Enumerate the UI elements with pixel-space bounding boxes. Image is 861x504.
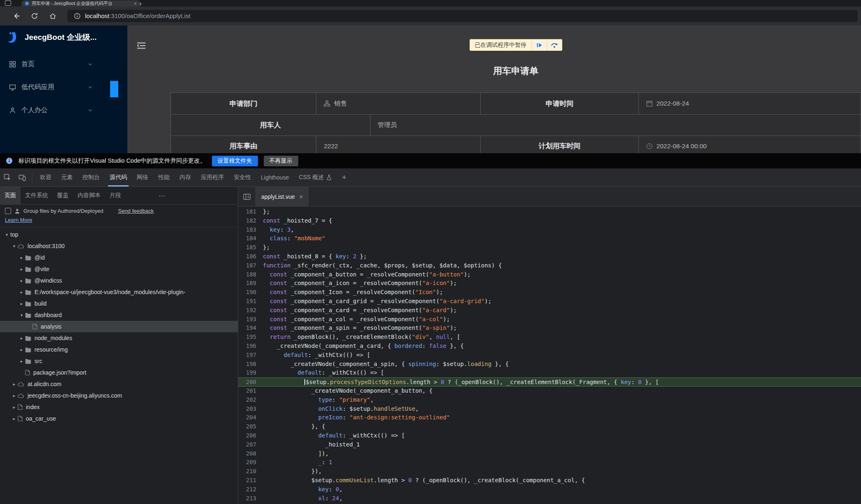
devtools-tab-memory[interactable]: 内存 — [175, 168, 196, 186]
tree-item[interactable]: ▸@id — [0, 252, 238, 263]
back-icon[interactable] — [7, 9, 25, 23]
site-info-icon[interactable] — [74, 13, 81, 19]
code-line[interactable]: 181}; — [238, 207, 861, 216]
expander-icon[interactable]: ▸ — [18, 278, 25, 283]
editor-tab-applylist[interactable]: applyList.vue × — [256, 187, 308, 206]
code-line[interactable]: 190 const _component_Icon = _resolveComp… — [238, 288, 861, 297]
tree-item[interactable]: ▸node_modules — [0, 332, 238, 344]
code-line[interactable]: 195 return _openBlock(), _createElementB… — [238, 333, 861, 342]
code-line[interactable]: 207 _hoisted_1 — [238, 440, 861, 449]
devtools-tab-elements[interactable]: 元素 — [56, 168, 78, 186]
sidebar-item-lowcode[interactable]: 低代码应用 — [0, 77, 127, 97]
form-value-cell[interactable]: 销售 — [316, 93, 481, 115]
code-line[interactable]: 185}; — [238, 243, 861, 252]
set-root-folder-button[interactable]: 设置根文件夹 — [212, 156, 258, 166]
expander-icon[interactable]: ▸ — [18, 359, 25, 364]
tree-item[interactable]: ▸oa_car_use — [0, 413, 238, 424]
code-line[interactable]: 186const _hoisted_8 = { key: 2 }; — [238, 252, 861, 261]
tree-item[interactable]: ▸@windicss — [0, 275, 238, 286]
navigator-tab-overrides[interactable]: 覆盖 — [53, 187, 73, 204]
browser-tab[interactable]: 用车申请 - JeecgBoot 企业级低代码平台 × — [21, 0, 140, 7]
code-line[interactable]: 201 _createVNode(_component_a_button, { — [238, 387, 861, 396]
code-line[interactable]: 203 onClick: $setup.handleSetUse, — [238, 405, 861, 414]
expander-icon[interactable]: ▸ — [11, 393, 18, 398]
tree-item[interactable]: ▸E:/workspace-ui/jeecgboot-vue3/node_mod… — [0, 286, 238, 298]
code-line[interactable]: 187function _sfc_render(_ctx, _cache, $p… — [238, 261, 861, 270]
refresh-icon[interactable] — [25, 9, 44, 23]
devtools-tab-console[interactable]: 控制台 — [78, 168, 105, 186]
code-line[interactable]: 192 const _component_a_card = _resolveCo… — [238, 306, 861, 315]
expander-icon[interactable]: ▸ — [11, 416, 18, 421]
tree-item[interactable]: ▸build — [0, 298, 238, 309]
menu-unfold-icon[interactable] — [136, 41, 146, 52]
expander-icon[interactable]: ▸ — [11, 405, 18, 410]
step-over-button[interactable] — [547, 39, 562, 51]
navigator-tab-filesystem[interactable]: 文件系统 — [21, 187, 53, 204]
code-line[interactable]: 183 key: 3, — [238, 226, 861, 235]
code-line[interactable]: 193 const _component_a_col = _resolveCom… — [238, 315, 861, 324]
code-editor[interactable]: 181};182const _hoisted_7 = {183 key: 3,1… — [238, 207, 861, 504]
expander-icon[interactable]: ▸ — [18, 301, 25, 306]
expander-icon[interactable]: ▸ — [18, 255, 25, 260]
close-icon[interactable]: × — [299, 193, 303, 200]
tree-item[interactable]: ▾localhost:3100 — [0, 240, 238, 252]
sidebar-item-personal-office[interactable]: 个人办公 — [0, 100, 127, 120]
devtools-tab-security[interactable]: 安全性 — [229, 168, 256, 186]
navigator-tab-snippets[interactable]: 片段 — [105, 187, 126, 204]
expander-icon[interactable]: ▸ — [18, 336, 25, 341]
expander-icon[interactable]: ▸ — [18, 267, 25, 272]
code-line[interactable]: 198 _createVNode(_component_a_spin, { sp… — [238, 360, 861, 369]
devtools-tab-welcome[interactable]: 欢迎 — [35, 168, 56, 186]
devtools-tab-lighthouse[interactable]: Lighthouse — [256, 168, 294, 186]
tree-item[interactable]: ▸index — [0, 401, 238, 413]
hide-navigator-icon[interactable] — [238, 187, 256, 206]
expander-icon[interactable]: ▸ — [18, 290, 25, 295]
code-line[interactable]: 194 const _component_a_spin = _resolveCo… — [238, 324, 861, 333]
code-line[interactable]: 191 const _component_a_card_grid = _reso… — [238, 297, 861, 306]
code-line[interactable]: 206 default: _withCtx(() => [ — [238, 431, 861, 440]
tree-item[interactable]: ▸src — [0, 355, 238, 367]
devtools-tab-network[interactable]: 网络 — [132, 168, 153, 186]
devtools-tab-performance[interactable]: 性能 — [153, 168, 175, 186]
more-tabs-icon[interactable]: ⋯ — [154, 187, 169, 204]
expander-icon[interactable]: ▾ — [18, 313, 25, 318]
more-tools-button[interactable]: + — [337, 173, 351, 182]
inspect-element-icon[interactable] — [0, 174, 15, 181]
device-toolbar-icon[interactable] — [15, 174, 30, 181]
tree-item[interactable]: ▾dashboard — [0, 309, 238, 321]
app-logo[interactable]: JeecgBoot 企业级... — [0, 25, 127, 49]
devtools-tab-sources[interactable]: 源代码 — [105, 168, 132, 186]
tree-item[interactable]: analysis — [0, 321, 238, 332]
form-value-cell[interactable]: 2022-08-24 00:00 — [639, 136, 861, 153]
tree-item[interactable]: ▾top — [0, 229, 238, 240]
code-line[interactable]: 200 $setup.processTypeDictOptions.length… — [238, 377, 861, 387]
code-line[interactable]: 209 _: 1 — [238, 458, 861, 467]
code-line[interactable]: 213 xl: 24, — [238, 494, 861, 503]
form-value-cell[interactable]: 管理员 — [371, 115, 861, 136]
url-bar[interactable]: localhost:3100/oaOffice/orderApplyList — [67, 10, 858, 22]
code-line[interactable]: 196 _createVNode(_component_a_card, { bo… — [238, 342, 861, 351]
navigator-tab-content-scripts[interactable]: 内容脚本 — [73, 187, 105, 204]
code-line[interactable]: 189 const _component_a_icon = _resolveCo… — [238, 279, 861, 288]
close-icon[interactable]: × — [134, 1, 137, 6]
send-feedback-link[interactable]: Send feedback — [118, 208, 154, 214]
learn-more-link[interactable]: Learn More — [5, 217, 32, 223]
browser-menu-icon[interactable] — [5, 0, 11, 6]
code-line[interactable]: 211 $setup.commUseList.length > 0 ? (_op… — [238, 476, 861, 485]
code-line[interactable]: 212 key: 0, — [238, 485, 861, 494]
expander-icon[interactable]: ▾ — [11, 244, 18, 249]
expander-icon[interactable]: ▾ — [3, 232, 10, 237]
tree-item[interactable]: ▸resource/img — [0, 344, 238, 355]
tree-item[interactable]: ▸at.alicdn.com — [0, 378, 238, 390]
code-line[interactable]: 210 }), — [238, 467, 861, 476]
code-line[interactable]: 182const _hoisted_7 = { — [238, 216, 861, 226]
code-line[interactable]: 199 default: _withCtx(() => [ — [238, 368, 861, 377]
code-line[interactable]: 205 }, { — [238, 422, 861, 431]
tree-item[interactable]: package.json?import — [0, 367, 238, 378]
code-line[interactable]: 184 class: "mobName" — [238, 234, 861, 243]
dismiss-button[interactable]: 不再显示 — [264, 156, 298, 166]
form-value-cell[interactable]: 2022-08-24 — [639, 93, 861, 115]
devtools-tab-css-overview[interactable]: CSS 概述 — [294, 168, 337, 186]
expander-icon[interactable]: ▸ — [18, 347, 25, 352]
devtools-tab-application[interactable]: 应用程序 — [196, 168, 229, 186]
